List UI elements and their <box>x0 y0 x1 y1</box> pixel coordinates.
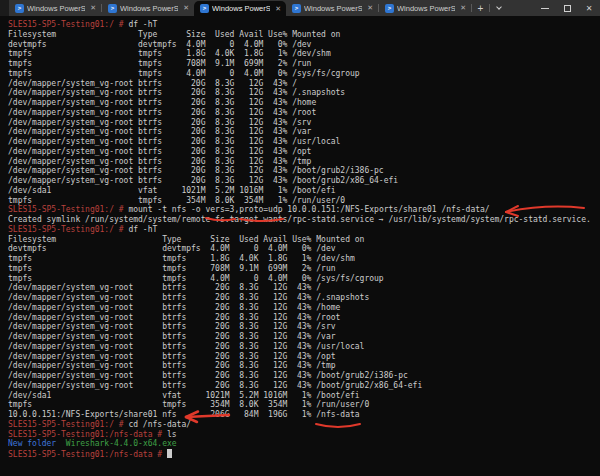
terminal-text: /dev/mapper/system_vg-root btrfs 20G 8.3… <box>8 371 408 380</box>
tab-strip: > Windows PowerShell ✕ > Windows PowerSh… <box>9 0 472 16</box>
terminal-line: /dev/sda1 vfat 1021M 5.2M 1016M 1% /boot… <box>8 391 600 401</box>
terminal-line: /dev/mapper/system_vg-root btrfs 20G 8.3… <box>8 332 600 342</box>
tab-label: Windows PowerShell <box>304 4 362 13</box>
terminal-line: SLES15-SP5-Testing01:/nfs-data # ls <box>8 430 600 440</box>
new-tab-button[interactable]: + <box>472 0 489 16</box>
terminal-text: /dev/sda1 vfat 1021M 5.2M 1016M 1% /boot… <box>8 391 360 400</box>
shell-prompt: SLES15-SP5-Testing01:/ # <box>8 225 128 234</box>
shell-prompt: SLES15-SP5-Testing01:/nfs-data # <box>8 430 167 439</box>
terminal-line: /dev/mapper/system_vg-root btrfs 20G 8.3… <box>8 361 600 371</box>
terminal-text: tmpfs tmpfs 4.0M 0 4.0M 0% /sys/fs/cgrou… <box>8 274 384 283</box>
terminal-text: /dev/mapper/system_vg-root btrfs 20G 8.3… <box>8 322 336 331</box>
terminal-line: /dev/mapper/system_vg-root btrfs 20G 8.3… <box>8 79 600 89</box>
tab-windows-powershell[interactable]: > Windows PowerShell ✕ <box>9 0 101 16</box>
tab-close-icon[interactable]: ✕ <box>458 4 468 12</box>
terminal-text: /dev/mapper/system_vg-root btrfs 20G 8.3… <box>8 293 369 302</box>
terminal-text: /dev/mapper/system_vg-root btrfs 20G 8.3… <box>8 88 345 97</box>
terminal-text: /dev/mapper/system_vg-root btrfs 20G 8.3… <box>8 342 364 351</box>
terminal-text: tmpfs tmpfs 1.8G 4.0K 1.8G 1% /dev/shm <box>8 254 355 263</box>
maximize-icon <box>564 5 571 12</box>
terminal-line: /dev/mapper/system_vg-root btrfs 20G 8.3… <box>8 118 600 128</box>
terminal-line: /dev/mapper/system_vg-root btrfs 20G 8.3… <box>8 108 600 118</box>
terminal-text: /dev/mapper/system_vg-root btrfs 20G 8.3… <box>8 166 384 175</box>
terminal-text <box>56 439 66 448</box>
terminal-line: /dev/mapper/system_vg-root btrfs 20G 8.3… <box>8 127 600 137</box>
tab-windows-powershell[interactable]: > Windows PowerShell ✕ <box>102 0 194 16</box>
tab-label: Windows PowerShell <box>120 4 178 13</box>
terminal-text: /dev/mapper/system_vg-root btrfs 20G 8.3… <box>8 381 422 390</box>
terminal-line: tmpfs tmpfs 708M 9.1M 699M 2% /run <box>8 59 600 69</box>
terminal-screen[interactable]: SLES15-SP5-Testing01:/ # df -hTFilesyste… <box>0 16 600 476</box>
terminal-text: mount -t nfs -o vers=3,proto=udp 10.0.0.… <box>128 205 489 214</box>
terminal-line: /dev/mapper/system_vg-root btrfs 20G 8.3… <box>8 137 600 147</box>
terminal-line: /dev/mapper/system_vg-root btrfs 20G 8.3… <box>8 293 600 303</box>
terminal-text: /dev/mapper/system_vg-root btrfs 20G 8.3… <box>8 127 311 136</box>
terminal-text: tmpfs tmpfs 4.0M 0 4.0M 0% /sys/fs/cgrou… <box>8 69 360 78</box>
terminal-text: /dev/sda1 vfat 1021M 5.2M 1016M 1% /boot… <box>8 186 336 195</box>
terminal-line: tmpfs tmpfs 354M 8.0K 354M 1% /run/user/… <box>8 196 600 206</box>
terminal-line: tmpfs tmpfs 1.8G 4.0K 1.8G 1% /dev/shm <box>8 49 600 59</box>
terminal-line: tmpfs tmpfs 1.8G 4.0K 1.8G 1% /dev/shm <box>8 254 600 264</box>
tab-dropdown-button[interactable] <box>490 0 507 16</box>
tab-close-icon[interactable]: ✕ <box>181 4 191 12</box>
terminal-text: /dev/mapper/system_vg-root btrfs 20G 8.3… <box>8 361 336 370</box>
terminal-line: Filesystem Type Size Used Avail Use% Mou… <box>8 235 600 245</box>
terminal-text: /dev/mapper/system_vg-root btrfs 20G 8.3… <box>8 79 297 88</box>
terminal-line: SLES15-SP5-Testing01:/ # cd /nfs-data/ <box>8 420 600 430</box>
titlebar-drag-region <box>507 0 534 16</box>
terminal-text: df -hT <box>128 225 157 234</box>
shell-prompt: SLES15-SP5-Testing01:/ # <box>8 420 128 429</box>
terminal-line: /dev/mapper/system_vg-root btrfs 20G 8.3… <box>8 176 600 186</box>
terminal-line: devtmpfs devtmpfs 4.0M 0 4.0M 0% /dev <box>8 244 600 254</box>
title-bar: > Windows PowerShell ✕ > Windows PowerSh… <box>0 0 600 16</box>
terminal-line: tmpfs tmpfs 4.0M 0 4.0M 0% /sys/fs/cgrou… <box>8 274 600 284</box>
terminal-text: devtmpfs devtmpfs 4.0M 0 4.0M 0% /dev <box>8 40 311 49</box>
close-icon: ✕ <box>586 4 593 13</box>
terminal-text: /dev/mapper/system_vg-root btrfs 20G 8.3… <box>8 303 340 312</box>
shell-prompt: SLES15-SP5-Testing01:/ # <box>8 205 128 214</box>
terminal-line: /dev/mapper/system_vg-root btrfs 20G 8.3… <box>8 342 600 352</box>
terminal-line: /dev/mapper/system_vg-root btrfs 20G 8.3… <box>8 88 600 98</box>
powershell-icon: > <box>200 4 209 13</box>
terminal-text: /dev/mapper/system_vg-root btrfs 20G 8.3… <box>8 283 321 292</box>
minimize-button[interactable] <box>534 0 556 16</box>
terminal-line: /dev/mapper/system_vg-root btrfs 20G 8.3… <box>8 98 600 108</box>
terminal-line: tmpfs tmpfs 708M 9.1M 699M 2% /run <box>8 264 600 274</box>
tab-close-icon[interactable]: ✕ <box>88 4 98 12</box>
terminal-line: /dev/mapper/system_vg-root btrfs 20G 8.3… <box>8 147 600 157</box>
terminal-text: /dev/mapper/system_vg-root btrfs 20G 8.3… <box>8 332 336 341</box>
terminal-line: SLES15-SP5-Testing01:/nfs-data # <box>8 449 600 459</box>
tab-close-icon[interactable]: ✕ <box>273 5 283 13</box>
terminal-text: /dev/mapper/system_vg-root btrfs 20G 8.3… <box>8 147 311 156</box>
terminal-text: tmpfs tmpfs 354M 8.0K 354M 1% /run/user/… <box>8 196 345 205</box>
terminal-line: SLES15-SP5-Testing01:/ # df -hT <box>8 20 600 30</box>
maximize-button[interactable] <box>556 0 578 16</box>
terminal-text: /dev/mapper/system_vg-root btrfs 20G 8.3… <box>8 157 311 166</box>
shell-prompt: SLES15-SP5-Testing01:/nfs-data # <box>8 450 167 459</box>
terminal-line: /dev/mapper/system_vg-root btrfs 20G 8.3… <box>8 381 600 391</box>
terminal-line: Created symlink /run/systemd/system/remo… <box>8 215 600 225</box>
terminal-text: Filesystem Type Size Used Avail Use% Mou… <box>8 235 364 244</box>
tab-close-icon[interactable]: ✕ <box>365 4 375 12</box>
terminal-line: /dev/sda1 vfat 1021M 5.2M 1016M 1% /boot… <box>8 186 600 196</box>
tab-label: Windows PowerShell <box>397 4 455 13</box>
tab-label: Windows PowerShell <box>27 4 85 13</box>
terminal-line: /dev/mapper/system_vg-root btrfs 20G 8.3… <box>8 352 600 362</box>
close-button[interactable]: ✕ <box>578 0 600 16</box>
terminal-text: tmpfs tmpfs 708M 9.1M 699M 2% /run <box>8 59 311 68</box>
powershell-icon: > <box>385 4 394 13</box>
terminal-line: tmpfs tmpfs 4.0M 0 4.0M 0% /sys/fs/cgrou… <box>8 69 600 79</box>
terminal-text: df -hT <box>128 20 157 29</box>
tab-windows-powershell[interactable]: > Windows PowerShell ✕ <box>194 1 286 16</box>
tab-windows-powershell[interactable]: > Windows PowerShell ✕ <box>286 0 378 16</box>
terminal-line: devtmpfs devtmpfs 4.0M 0 4.0M 0% /dev <box>8 40 600 50</box>
terminal-line: /dev/mapper/system_vg-root btrfs 20G 8.3… <box>8 303 600 313</box>
terminal-text: tmpfs tmpfs 1.8G 4.0K 1.8G 1% /dev/shm <box>8 49 331 58</box>
terminal-text: 10.0.0.151:/NFS-Exports/share01 nfs 206G… <box>8 410 360 419</box>
minimize-icon <box>541 8 549 9</box>
terminal-text: devtmpfs devtmpfs 4.0M 0 4.0M 0% /dev <box>8 244 336 253</box>
terminal-text: /dev/mapper/system_vg-root btrfs 20G 8.3… <box>8 313 340 322</box>
powershell-icon: > <box>15 4 24 13</box>
terminal-text: /dev/mapper/system_vg-root btrfs 20G 8.3… <box>8 98 316 107</box>
tab-windows-powershell[interactable]: > Windows PowerShell ✕ <box>379 0 471 16</box>
